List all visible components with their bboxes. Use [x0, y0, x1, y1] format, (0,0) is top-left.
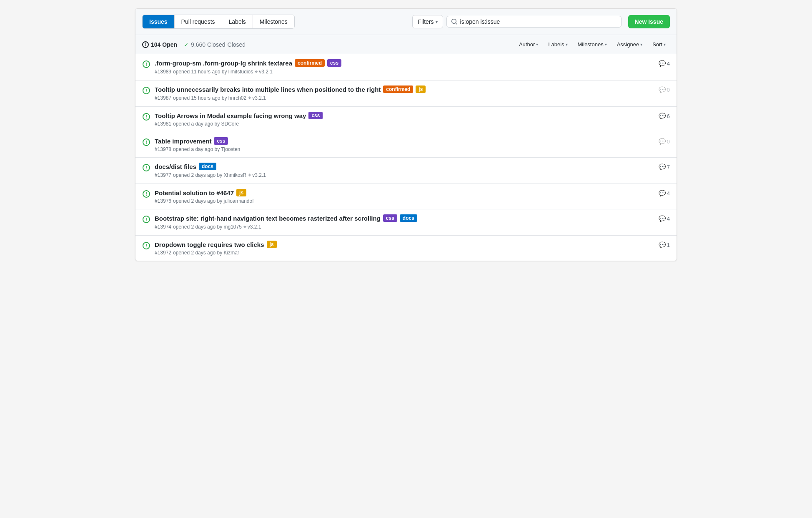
badge-css[interactable]: css	[327, 59, 341, 67]
issue-meta: #13987opened 15 hours ago by hnrch02⌖ v3…	[155, 95, 654, 101]
badge-css[interactable]: css	[214, 137, 228, 145]
badge-js[interactable]: js	[416, 85, 426, 93]
assignee-filter-button[interactable]: Assignee ▾	[613, 39, 647, 50]
milestone-icon: ⌖	[248, 172, 251, 179]
issue-row: !Tooltip Arrows in Modal example facing …	[135, 107, 677, 132]
issue-meta: #13974opened 2 days ago by mg1075⌖ v3.2.…	[155, 224, 654, 230]
milestone-icon: ⌖	[248, 95, 251, 101]
issue-id: #13987	[155, 95, 171, 101]
issue-meta: #13976opened 2 days ago by julioarmandof	[155, 198, 654, 204]
open-issue-circle-icon: !	[143, 242, 150, 249]
issue-meta-text: opened 2 days ago by julioarmandof	[173, 198, 253, 204]
sort-filter-button[interactable]: Sort ▾	[648, 39, 670, 50]
badge-css[interactable]: css	[308, 112, 323, 119]
issue-milestone[interactable]: ⌖ v3.2.1	[243, 224, 261, 230]
issue-id: #13978	[155, 146, 171, 152]
comment-bubble-icon: 💬	[659, 60, 666, 67]
issue-content: docs/dist filesdocs#13977opened 2 days a…	[155, 163, 654, 179]
filters-button[interactable]: Filters ▾	[412, 15, 443, 28]
issue-meta-text: opened 11 hours ago by limitstudios	[173, 69, 253, 75]
open-count[interactable]: ! 104 Open	[142, 41, 177, 48]
sort-chevron-icon: ▾	[664, 42, 666, 47]
issue-title-row: Tooltip Arrows in Modal example facing w…	[155, 112, 654, 119]
search-input[interactable]	[460, 18, 617, 25]
issue-milestone[interactable]: ⌖ v3.2.1	[248, 172, 266, 179]
issue-meta-text: opened 2 days ago by mg1075	[173, 224, 242, 230]
open-issue-circle-icon: !	[143, 87, 150, 94]
open-issue-circle-icon: !	[143, 138, 150, 146]
labels-chevron-icon: ▾	[566, 42, 568, 47]
tab-milestones[interactable]: Milestones	[253, 15, 294, 28]
comment-bubble-icon: 💬	[659, 215, 666, 222]
open-issue-circle-icon: !	[143, 60, 150, 68]
issue-row: !Potential solution to #4647js#13976open…	[135, 184, 677, 209]
search-area: Filters ▾ New Issue	[412, 15, 670, 28]
issue-id: #13976	[155, 198, 171, 204]
comment-bubble-icon: 💬	[659, 163, 666, 170]
issue-id: #13972	[155, 250, 171, 256]
comment-count: 💬4	[659, 215, 670, 222]
issue-milestone[interactable]: ⌖ v3.2.1	[255, 68, 273, 75]
issue-meta-text: opened 2 days ago by Kizmar	[173, 250, 239, 256]
badge-css[interactable]: css	[383, 214, 397, 222]
issue-open-icon: !	[142, 138, 150, 146]
issue-content: Table improvementcss#13978opened a day a…	[155, 137, 654, 152]
comment-number: 4	[667, 60, 670, 67]
labels-filter-button[interactable]: Labels ▾	[544, 39, 571, 50]
issue-row: !Tooltip unnecessarily breaks into multi…	[135, 80, 677, 107]
issue-meta: #13978opened a day ago by Tjoosten	[155, 146, 654, 152]
issue-title[interactable]: Dropdown toggle requires two clicks	[155, 241, 264, 248]
issue-title[interactable]: Tooltip unnecessarily breaks into multip…	[155, 86, 381, 93]
issues-counts: ! 104 Open ✓ 9,660 Closed Closed	[142, 41, 246, 48]
filters-chevron-icon: ▾	[436, 20, 438, 24]
filters-label: Filters	[418, 18, 434, 25]
checkmark-icon: ✓	[184, 41, 189, 48]
issue-meta-text: opened a day ago by Tjoosten	[173, 146, 240, 152]
issue-open-icon: !	[142, 60, 150, 68]
author-filter-button[interactable]: Author ▾	[515, 39, 542, 50]
filter-dropdowns: Author ▾ Labels ▾ Milestones ▾ Assignee …	[515, 39, 670, 50]
comment-number: 0	[667, 138, 670, 145]
issue-title[interactable]: .form-group-sm .form-group-lg shrink tex…	[155, 60, 292, 67]
comment-number: 4	[667, 216, 670, 222]
comment-bubble-icon: 💬	[659, 86, 666, 93]
badge-js[interactable]: js	[267, 241, 277, 248]
closed-count[interactable]: ✓ 9,660 Closed Closed	[184, 41, 246, 48]
issue-title[interactable]: Potential solution to #4647	[155, 189, 234, 196]
issue-right: 💬6	[659, 112, 670, 119]
issue-title[interactable]: Bootstrap site: right-hand navigation te…	[155, 215, 381, 222]
issue-title[interactable]: Tooltip Arrows in Modal example facing w…	[155, 112, 306, 119]
comment-number: 7	[667, 164, 670, 170]
tab-issues[interactable]: Issues	[143, 15, 175, 28]
issue-content: .form-group-sm .form-group-lg shrink tex…	[155, 59, 654, 75]
comment-count: 💬0	[659, 86, 670, 93]
new-issue-button[interactable]: New Issue	[628, 15, 670, 28]
issue-row: !Dropdown toggle requires two clicksjs#1…	[135, 236, 677, 261]
badge-confirmed[interactable]: confirmed	[295, 59, 325, 67]
badge-docs[interactable]: docs	[199, 163, 216, 170]
issue-row: !.form-group-sm .form-group-lg shrink te…	[135, 54, 677, 80]
issue-title[interactable]: docs/dist files	[155, 163, 196, 170]
tab-pull-requests[interactable]: Pull requests	[175, 15, 222, 28]
issue-meta: #13972opened 2 days ago by Kizmar	[155, 250, 654, 256]
issue-content: Dropdown toggle requires two clicksjs#13…	[155, 241, 654, 256]
open-issue-circle-icon: !	[143, 190, 150, 198]
badge-js[interactable]: js	[236, 189, 246, 196]
issues-list: !.form-group-sm .form-group-lg shrink te…	[135, 54, 677, 261]
badge-docs[interactable]: docs	[400, 214, 417, 222]
issue-title-row: Tooltip unnecessarily breaks into multip…	[155, 85, 654, 93]
issue-meta-text: opened 15 hours ago by hnrch02	[173, 95, 246, 101]
comment-count: 💬0	[659, 138, 670, 145]
issue-meta: #13989opened 11 hours ago by limitstudio…	[155, 68, 654, 75]
badge-confirmed[interactable]: confirmed	[383, 85, 413, 93]
tab-labels[interactable]: Labels	[222, 15, 253, 28]
top-bar: Issues Pull requests Labels Milestones F…	[135, 9, 677, 35]
milestones-filter-button[interactable]: Milestones ▾	[574, 39, 611, 50]
issue-milestone[interactable]: ⌖ v3.2.1	[248, 95, 266, 101]
issue-open-icon: !	[142, 241, 150, 250]
issue-title[interactable]: Table improvement	[155, 138, 211, 145]
issue-content: Tooltip unnecessarily breaks into multip…	[155, 85, 654, 101]
issue-content: Bootstrap site: right-hand navigation te…	[155, 214, 654, 230]
issue-row: !docs/dist filesdocs#13977opened 2 days …	[135, 158, 677, 184]
issue-right: 💬4	[659, 189, 670, 196]
